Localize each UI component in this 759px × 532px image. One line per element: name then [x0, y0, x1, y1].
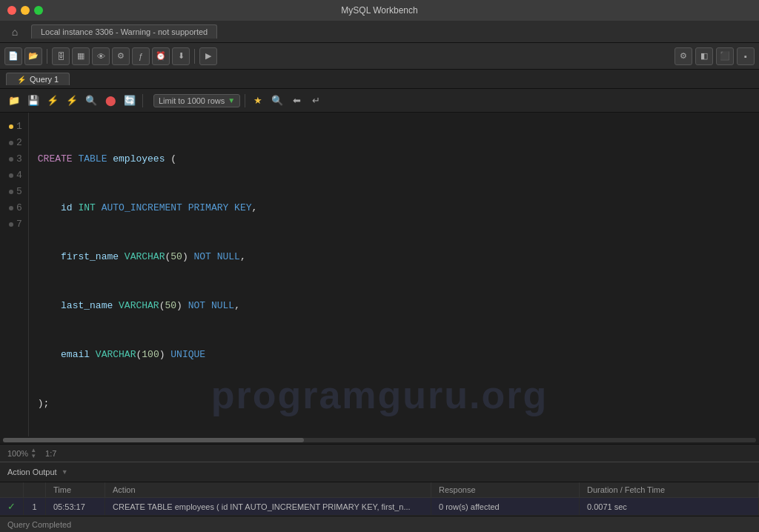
close-button[interactable]: [7, 6, 16, 15]
line-dot-7: [9, 222, 13, 227]
output-row-1[interactable]: ✓ 1 05:53:17 CREATE TABLE employees ( id…: [0, 498, 759, 516]
et-sep-2: [245, 94, 245, 107]
open-btn[interactable]: 📁: [6, 93, 22, 109]
line-dot-2: [9, 141, 13, 145]
row-num: 1: [24, 498, 46, 516]
line-dot-5: [9, 190, 13, 194]
open-file-icon[interactable]: 📂: [24, 47, 42, 65]
search-btn[interactable]: 🔍: [269, 93, 285, 109]
et-sep-1: [142, 94, 143, 107]
col-time: Time: [46, 482, 105, 498]
right-toolbar-icons: ⚙ ◧ ⬛ ▪: [675, 47, 755, 65]
row-status: ✓: [0, 498, 24, 516]
query-tab-icon: ⚡: [17, 76, 26, 84]
line-num-1: 1: [9, 119, 22, 135]
panel-left-icon[interactable]: ◧: [695, 47, 713, 65]
proc-icon[interactable]: ⚙: [112, 47, 130, 65]
code-line-4: last_name VARCHAR(50) NOT NULL,: [38, 298, 750, 314]
line-num-7: 7: [9, 216, 22, 233]
horizontal-scrollbar[interactable]: [0, 436, 759, 444]
exec-icon[interactable]: ▶: [199, 47, 217, 65]
query-tab-label: Query 1: [30, 75, 59, 84]
zoom-control[interactable]: 100% ▲ ▼: [7, 448, 36, 459]
run-all-btn[interactable]: ⚡: [64, 93, 80, 109]
indent-btn[interactable]: ⬅: [288, 93, 305, 109]
line-dot-6: [9, 206, 13, 210]
output-panel: Action Output ▼ Time Action Response Dur…: [0, 462, 759, 516]
line-dot-3: [9, 157, 13, 162]
limit-label: Limit to 1000 rows: [159, 96, 225, 105]
scrollbar-thumb[interactable]: [3, 438, 304, 442]
output-table: Time Action Response Duration / Fetch Ti…: [0, 482, 759, 516]
row-response: 0 row(s) affected: [431, 498, 580, 516]
line-num-4: 4: [9, 167, 22, 184]
output-header: Action Output ▼: [0, 462, 759, 482]
row-action: CREATE TABLE employees ( id INT AUTO_INC…: [105, 498, 431, 516]
save-btn[interactable]: 💾: [25, 93, 42, 109]
editor-toolbar: 📁 💾 ⚡ ⚡ 🔍 ⬤ 🔄 Limit to 1000 rows ▼ ★ 🔍 ⬅…: [0, 89, 759, 113]
limit-dropdown[interactable]: Limit to 1000 rows ▼: [153, 94, 240, 107]
title-bar: MySQL Workbench: [0, 0, 759, 21]
output-dropdown-icon[interactable]: ▼: [62, 468, 68, 476]
toolbar-separator-2: [194, 49, 195, 64]
status-text: Query Completed: [7, 520, 71, 529]
panel-bottom-icon[interactable]: ⬛: [716, 47, 734, 65]
col-response: Response: [431, 482, 580, 498]
find-btn[interactable]: 🔍: [83, 93, 99, 109]
menu-bar: ⌂ Local instance 3306 - Warning - not su…: [0, 21, 759, 43]
refresh-btn[interactable]: 🔄: [122, 93, 138, 109]
app-title: MySQL Workbench: [341, 5, 417, 16]
panel-right-icon[interactable]: ▪: [737, 47, 755, 65]
view-icon[interactable]: 👁: [92, 47, 110, 65]
row-duration: 0.0071 sec: [580, 498, 759, 516]
zoom-value: 100%: [7, 449, 28, 458]
bottom-status-bar: Query Completed: [0, 516, 759, 532]
code-line-3: first_name VARCHAR(50) NOT NULL,: [38, 249, 750, 265]
output-table-header-row: Time Action Response Duration / Fetch Ti…: [0, 482, 759, 498]
query-tab-bar: ⚡ Query 1: [0, 70, 759, 89]
run-btn[interactable]: ⚡: [44, 93, 61, 109]
settings-icon[interactable]: ⚙: [675, 47, 692, 65]
instance-tab[interactable]: Local instance 3306 - Warning - not supp…: [31, 24, 217, 39]
code-line-1: CREATE TABLE employees (: [38, 151, 750, 167]
table-icon[interactable]: ▦: [72, 47, 90, 65]
line-num-5: 5: [9, 184, 22, 200]
col-action: Action: [105, 482, 431, 498]
line-num-3: 3: [9, 151, 22, 167]
home-icon[interactable]: ⌂: [6, 23, 24, 41]
main-toolbar: 📄 📂 🗄 ▦ 👁 ⚙ ƒ ⏰ ⬇ ▶ ⚙ ◧ ⬛ ▪: [0, 43, 759, 70]
limit-arrow-icon: ▼: [228, 96, 235, 104]
minimize-button[interactable]: [21, 6, 30, 15]
wrap-btn[interactable]: ↵: [308, 93, 324, 109]
code-content[interactable]: CREATE TABLE employees ( id INT AUTO_INC…: [29, 113, 759, 436]
line-dot-1: [9, 124, 13, 129]
col-num: [24, 482, 46, 498]
code-editor[interactable]: 1 2 3 4 5 6 7: [0, 113, 759, 436]
editor-status: 100% ▲ ▼ 1:7: [0, 444, 759, 462]
code-line-2: id INT AUTO_INCREMENT PRIMARY KEY,: [38, 200, 750, 216]
schema-icon[interactable]: 🗄: [52, 47, 70, 65]
code-line-5: email VARCHAR(100) UNIQUE: [38, 347, 750, 363]
col-status: [0, 482, 24, 498]
check-icon: ✓: [7, 501, 16, 512]
import-icon[interactable]: ⬇: [172, 47, 190, 65]
code-line-6: );: [38, 396, 750, 412]
line-num-2: 2: [9, 135, 22, 151]
zoom-arrows[interactable]: ▲ ▼: [30, 448, 36, 459]
new-file-icon[interactable]: 📄: [4, 47, 22, 65]
func-icon[interactable]: ƒ: [132, 47, 150, 65]
star-btn[interactable]: ★: [250, 93, 266, 109]
window-controls[interactable]: [7, 6, 43, 15]
toolbar-separator-1: [47, 49, 47, 64]
output-title: Action Output: [7, 468, 57, 476]
cursor-position: 1:7: [45, 449, 56, 458]
line-numbers: 1 2 3 4 5 6 7: [0, 113, 29, 436]
row-time: 05:53:17: [46, 498, 105, 516]
query-tab[interactable]: ⚡ Query 1: [6, 73, 70, 85]
event-icon[interactable]: ⏰: [152, 47, 170, 65]
maximize-button[interactable]: [34, 6, 43, 15]
stop-btn[interactable]: ⬤: [102, 93, 119, 109]
scrollbar-track[interactable]: [3, 438, 756, 442]
col-duration: Duration / Fetch Time: [580, 482, 759, 498]
line-num-6: 6: [9, 200, 22, 216]
